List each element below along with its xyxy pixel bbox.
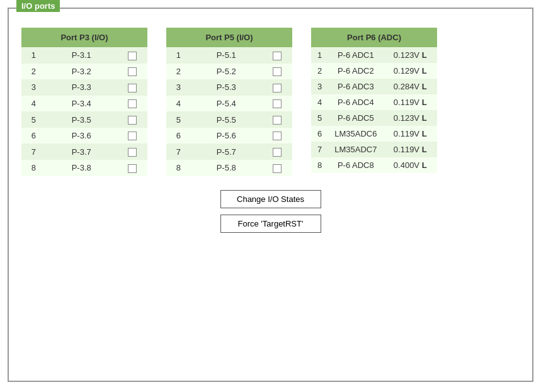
row-number: 7 [311, 142, 328, 157]
port-name: P-5.1 [191, 47, 262, 64]
port-checkbox[interactable] [128, 67, 137, 76]
port-checkbox-cell[interactable] [262, 96, 292, 112]
port-name: P-5.6 [191, 128, 262, 144]
port-checkbox-cell[interactable] [117, 79, 147, 96]
row-number: 5 [21, 111, 46, 128]
port-checkbox[interactable] [128, 116, 137, 125]
table-row: 2 P-6 ADC2 0.129V L [311, 63, 437, 79]
table-row: 1 P-5.1 [166, 47, 292, 64]
adc-name: P-6 ADC1 [328, 47, 383, 63]
port-checkbox-cell[interactable] [117, 143, 147, 160]
port-checkbox[interactable] [128, 84, 137, 92]
port-checkbox[interactable] [128, 52, 137, 60]
port-p3-table: Port P3 (I/O) 1 P-3.1 2 P-3.2 3 P-3.3 4 … [21, 28, 147, 176]
row-number: 3 [311, 79, 328, 94]
change-io-states-button[interactable]: Change I/O States [220, 190, 321, 208]
port-checkbox[interactable] [273, 132, 282, 140]
row-number: 6 [166, 128, 191, 144]
content-area: Port P3 (I/O) 1 P-3.1 2 P-3.2 3 P-3.3 4 … [9, 9, 532, 245]
port-checkbox-cell[interactable] [262, 143, 292, 160]
row-number: 3 [166, 79, 191, 96]
port-name: P-3.6 [46, 128, 117, 144]
port-checkbox-cell[interactable] [262, 111, 292, 128]
adc-flag: L [422, 129, 427, 138]
row-number: 4 [21, 96, 46, 112]
port-name: P-5.5 [191, 111, 262, 128]
row-number: 1 [21, 47, 46, 64]
adc-value: 0.129V L [383, 63, 437, 79]
table-row: 7 P-3.7 [21, 143, 147, 160]
adc-value: 0.119V L [383, 126, 437, 142]
row-number: 4 [166, 96, 191, 112]
table-row: 5 P-6 ADC5 0.123V L [311, 110, 437, 126]
table-row: 4 P-3.4 [21, 96, 147, 112]
port-name: P-3.4 [46, 96, 117, 112]
port-checkbox[interactable] [128, 148, 137, 157]
row-number: 5 [311, 110, 328, 126]
table-row: 3 P-6 ADC3 0.284V L [311, 79, 437, 94]
row-number: 2 [311, 63, 328, 79]
port-name: P-5.7 [191, 143, 262, 160]
table-row: 2 P-5.2 [166, 64, 292, 80]
port-checkbox-cell[interactable] [262, 47, 292, 64]
adc-value: 0.284V L [383, 79, 437, 94]
adc-flag: L [422, 113, 427, 123]
port-checkbox-cell[interactable] [117, 64, 147, 80]
adc-name: LM35ADC6 [328, 126, 383, 142]
port-name: P-3.1 [46, 47, 117, 64]
adc-name: P-6 ADC3 [328, 79, 383, 94]
adc-name: P-6 ADC5 [328, 110, 383, 126]
table-row: 2 P-3.2 [21, 64, 147, 80]
port-checkbox-cell[interactable] [262, 79, 292, 96]
port-checkbox-cell[interactable] [117, 96, 147, 112]
port-checkbox-cell[interactable] [117, 47, 147, 64]
adc-name: P-6 ADC4 [328, 94, 383, 110]
port-name: P-3.8 [46, 160, 117, 176]
port-checkbox-cell[interactable] [117, 160, 147, 176]
port-checkbox[interactable] [128, 99, 137, 108]
port-checkbox[interactable] [273, 148, 282, 157]
adc-flag: L [422, 66, 427, 76]
port-checkbox-cell[interactable] [117, 128, 147, 144]
row-number: 8 [166, 160, 191, 176]
port-checkbox[interactable] [273, 52, 282, 60]
row-number: 3 [21, 79, 46, 96]
table-row: 6 LM35ADC6 0.119V L [311, 126, 437, 142]
adc-value: 0.119V L [383, 142, 437, 157]
row-number: 8 [21, 160, 46, 176]
port-checkbox-cell[interactable] [262, 64, 292, 80]
port-checkbox[interactable] [273, 164, 282, 173]
port-checkbox[interactable] [273, 99, 282, 108]
port-name: P-3.2 [46, 64, 117, 80]
port-checkbox-cell[interactable] [117, 111, 147, 128]
adc-name: P-6 ADC2 [328, 63, 383, 79]
table-row: 3 P-3.3 [21, 79, 147, 96]
port-p5-section: Port P5 (I/O) 1 P-5.1 2 P-5.2 3 P-5.3 4 … [166, 28, 292, 176]
port-p5-table: Port P5 (I/O) 1 P-5.1 2 P-5.2 3 P-5.3 4 … [166, 28, 292, 176]
port-checkbox[interactable] [273, 84, 282, 92]
port-p3-header: Port P3 (I/O) [21, 28, 147, 47]
tab-label: I/O ports [16, 0, 60, 12]
row-number: 6 [311, 126, 328, 142]
row-number: 1 [311, 47, 328, 63]
table-row: 7 P-5.7 [166, 143, 292, 160]
row-number: 7 [21, 143, 46, 160]
adc-value: 0.123V L [383, 110, 437, 126]
port-p5-header: Port P5 (I/O) [166, 28, 292, 47]
row-number: 4 [311, 94, 328, 110]
port-checkbox[interactable] [128, 132, 137, 140]
table-row: 8 P-6 ADC8 0.400V L [311, 157, 437, 173]
adc-value: 0.119V L [383, 94, 437, 110]
port-name: P-5.4 [191, 96, 262, 112]
port-checkbox-cell[interactable] [262, 128, 292, 144]
port-checkbox[interactable] [128, 164, 137, 173]
force-target-rst-button[interactable]: Force 'TargetRST' [220, 215, 321, 233]
port-p3-section: Port P3 (I/O) 1 P-3.1 2 P-3.2 3 P-3.3 4 … [21, 28, 147, 176]
port-checkbox-cell[interactable] [262, 160, 292, 176]
port-name: P-5.2 [191, 64, 262, 80]
table-row: 7 LM35ADC7 0.119V L [311, 142, 437, 157]
adc-value: 0.400V L [383, 157, 437, 173]
table-row: 4 P-5.4 [166, 96, 292, 112]
port-checkbox[interactable] [273, 67, 282, 76]
port-checkbox[interactable] [273, 116, 282, 125]
